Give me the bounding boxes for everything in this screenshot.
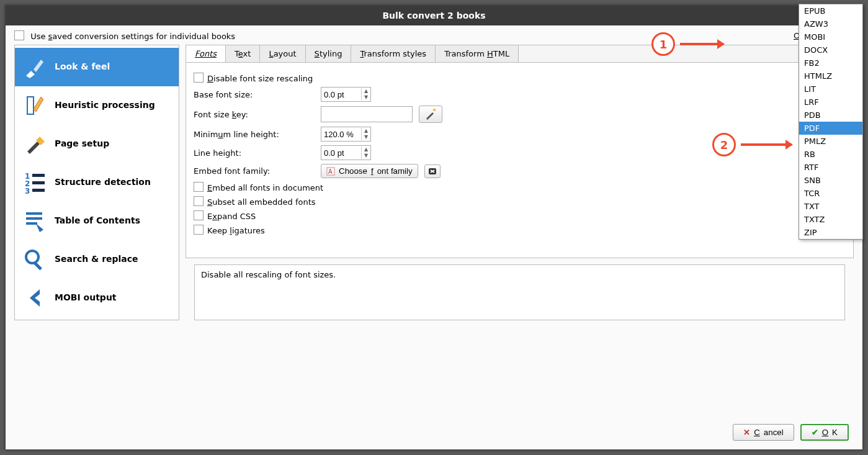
ok-button[interactable]: ✔OK (800, 424, 849, 441)
chevron-left-icon (21, 284, 48, 312)
subset-fonts-checkbox[interactable]: Subset all embedded fonts (194, 196, 316, 207)
arrow-icon (741, 143, 792, 146)
tab-layout[interactable]: Layout (260, 45, 305, 62)
annotation-callout-1: 1 (651, 32, 675, 56)
sidebar-item-look-and-feel[interactable]: Look & feel (15, 48, 179, 86)
embed-all-fonts-checkbox[interactable]: Embed all fonts in document (194, 182, 323, 192)
format-option-lit[interactable]: LIT (799, 83, 862, 96)
fonts-panel: Disable font size rescaling Base font si… (186, 63, 854, 258)
format-option-azw3[interactable]: AZW3 (799, 17, 862, 30)
choose-font-family-button[interactable]: A Choose font family (321, 164, 418, 178)
checkbox-icon (14, 30, 24, 40)
cancel-button[interactable]: ✕Cancel (733, 424, 794, 441)
format-option-tcr[interactable]: TCR (799, 187, 862, 200)
check-icon: ✔ (812, 428, 818, 437)
format-option-txt[interactable]: TXT (799, 200, 862, 213)
svg-text:3: 3 (25, 187, 30, 195)
base-font-size-input[interactable]: ▲▼ (321, 87, 371, 102)
sidebar-item-heuristic[interactable]: Heuristic processing (15, 86, 179, 125)
sidebar-item-toc[interactable]: Table of Contents (15, 202, 179, 240)
numbered-list-icon: 123 (21, 169, 48, 196)
font-icon: A (326, 167, 335, 176)
svg-rect-11 (34, 262, 42, 270)
bulk-convert-dialog: Bulk convert 2 books Use saved conversio… (5, 5, 863, 450)
keep-ligatures-checkbox[interactable]: Keep ligatures (194, 225, 265, 235)
svg-point-10 (26, 251, 38, 263)
line-height-label: Line height: (194, 148, 315, 158)
tab-fonts[interactable]: Fonts (186, 45, 226, 62)
arrow-icon (680, 43, 723, 45)
svg-rect-9 (26, 222, 37, 225)
font-size-key-wizard-button[interactable] (419, 106, 442, 123)
sidebar-item-mobi-output[interactable]: MOBI output (15, 279, 179, 317)
tab-bar: Fonts Text Layout Styling Transform styl… (186, 45, 854, 63)
format-option-epub[interactable]: EPUB (799, 4, 862, 17)
wand-icon (424, 108, 437, 120)
format-option-zip[interactable]: ZIP (799, 226, 862, 239)
format-option-snb[interactable]: SNB (799, 174, 862, 187)
category-sidebar: Look & feel Heuristic processing Page se… (14, 45, 179, 320)
close-icon: ✕ (743, 428, 750, 437)
annotation-callout-2: 2 (712, 133, 736, 156)
base-font-size-label: Base font size: (194, 90, 315, 99)
min-line-height-label: Minimum line height: (194, 130, 315, 139)
svg-rect-6 (32, 189, 45, 192)
svg-rect-0 (27, 97, 34, 114)
format-option-docx[interactable]: DOCX (799, 43, 862, 56)
sidebar-item-page-setup[interactable]: Page setup (15, 125, 179, 163)
tab-styling[interactable]: Styling (306, 45, 352, 62)
sidebar-item-structure[interactable]: 123 Structure detection (15, 163, 179, 202)
format-option-fb2[interactable]: FB2 (799, 56, 862, 70)
toc-icon (21, 207, 48, 235)
clear-font-family-button[interactable] (424, 164, 441, 178)
svg-rect-2 (32, 174, 45, 177)
sidebar-item-search-replace[interactable]: Search & replace (15, 240, 179, 279)
format-option-rb[interactable]: RB (799, 148, 862, 161)
min-line-height-input[interactable]: ▲▼ (321, 127, 371, 142)
svg-text:A: A (328, 168, 333, 175)
line-height-input[interactable]: ▲▼ (321, 145, 371, 160)
tab-text[interactable]: Text (226, 45, 260, 62)
svg-rect-4 (32, 181, 45, 184)
tab-transform-styles[interactable]: Transform styles (351, 45, 436, 62)
format-option-pmlz[interactable]: PMLZ (799, 135, 862, 148)
disable-rescaling-checkbox[interactable]: Disable font size rescaling (194, 73, 313, 83)
dialog-title: Bulk convert 2 books (6, 6, 862, 25)
format-option-pdf[interactable]: PDF (799, 122, 862, 135)
pencil-ruler-icon (21, 92, 48, 119)
format-option-pdb[interactable]: PDB (799, 109, 862, 122)
embed-font-family-label: Embed font family: (194, 166, 315, 176)
format-option-txtz[interactable]: TXTZ (799, 213, 862, 226)
tools-icon (21, 130, 48, 158)
use-saved-settings-checkbox[interactable]: Use saved conversion settings for indivi… (14, 30, 235, 41)
magnifier-icon (21, 246, 48, 273)
expand-css-checkbox[interactable]: Expand CSS (194, 210, 256, 221)
clear-icon (428, 167, 437, 176)
tab-transform-html[interactable]: Transform HTML (436, 45, 519, 62)
font-size-key-label: Font size key: (194, 110, 315, 119)
format-option-htmlz[interactable]: HTMLZ (799, 70, 862, 83)
svg-rect-8 (26, 217, 42, 220)
svg-rect-7 (26, 212, 42, 215)
output-format-dropdown[interactable]: EPUBAZW3MOBIDOCXFB2HTMLZLITLRFPDBPDFPMLZ… (799, 4, 863, 240)
font-size-key-input[interactable] (321, 106, 413, 122)
help-text: Disable all rescaling of font sizes. (194, 264, 845, 320)
format-option-mobi[interactable]: MOBI (799, 30, 862, 43)
format-option-rtf[interactable]: RTF (799, 161, 862, 174)
format-option-lrf[interactable]: LRF (799, 96, 862, 109)
paintbrush-icon (21, 53, 48, 81)
